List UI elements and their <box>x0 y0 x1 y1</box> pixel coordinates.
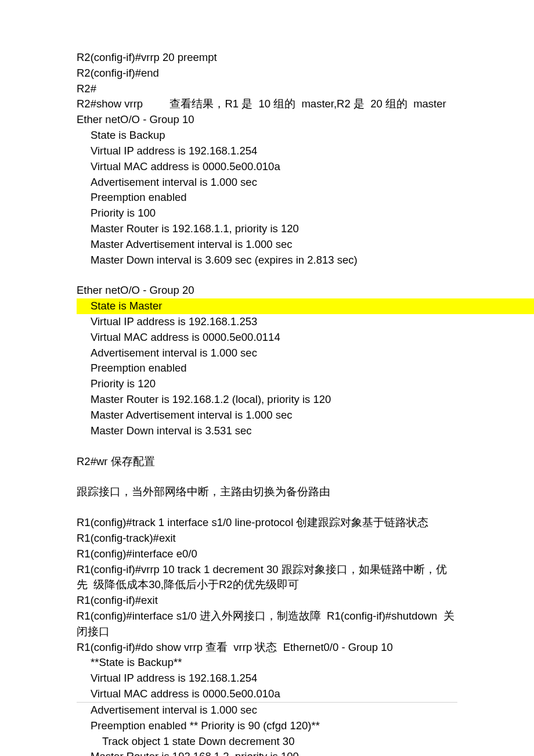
text-line: Virtual MAC address is 0000.5e00.010a <box>77 159 457 175</box>
text-line: Priority is 100 <box>77 206 457 221</box>
text-line: R1(config-if)#vrrp 10 track 1 decrement … <box>77 562 457 593</box>
text-line: R1(config-if)#do show vrrp 查看 vrrp 状态 Et… <box>77 640 457 656</box>
text-line: State is Backup <box>77 128 457 143</box>
text-line: Master Down interval is 3.609 sec (expir… <box>77 253 457 268</box>
text-line: Virtual IP address is 192.168.1.254 <box>77 143 457 159</box>
text-line: Track object 1 state Down decrement 30 <box>77 734 457 750</box>
text-line: R1(config)#track 1 interface s1/0 line-p… <box>77 515 457 531</box>
text-line: Master Down interval is 3.531 sec <box>77 423 457 439</box>
text-line: Virtual IP address is 192.168.1.253 <box>77 314 457 330</box>
text-line: Advertisement interval is 1.000 sec <box>77 703 457 718</box>
text-line: **State is Backup** <box>77 655 457 671</box>
document-body: R2(config-if)#vrrp 20 preemptR2(config-i… <box>77 50 457 756</box>
text-line: Virtual IP address is 192.168.1.254 <box>77 671 457 686</box>
text-line: Advertisement interval is 1.000 sec <box>77 175 457 190</box>
text-line: R1(config-track)#exit <box>77 531 457 546</box>
text-line: Master Advertisement interval is 1.000 s… <box>77 408 457 423</box>
text-line: 跟踪接口，当外部网络中断，主路由切换为备份路由 <box>77 484 457 500</box>
text-line: Master Router is 192.168.1.2 (local), pr… <box>77 392 457 408</box>
text-line: Preemption enabled ** Priority is 90 (cf… <box>77 718 457 734</box>
text-line: Ether netO/O - Group 20 <box>77 283 457 298</box>
blank-line <box>77 268 457 283</box>
text-line: Master Advertisement interval is 1.000 s… <box>77 237 457 253</box>
text-line: R1(config)#interface e0/0 <box>77 546 457 562</box>
text-line: Preemption enabled <box>77 361 457 376</box>
text-line: State is Master <box>77 298 534 314</box>
text-line: Virtual MAC address is 0000.5e00.0114 <box>77 330 457 345</box>
text-line: Ether netO/O - Group 10 <box>77 112 457 128</box>
text-line: R1(config)#interface s1/0 进入外网接口，制造故障 R1… <box>77 609 457 640</box>
text-line: Master Router is 192.168.1.1, priority i… <box>77 221 457 237</box>
text-line: Preemption enabled <box>77 190 457 206</box>
text-line: Advertisement interval is 1.000 sec <box>77 345 457 361</box>
text-line: R2#show vrrp 查看结果，R1 是 10 组的 master,R2 是… <box>77 96 457 112</box>
blank-line <box>77 439 457 454</box>
text-line: R2# <box>77 81 457 97</box>
text-line: Virtual MAC address is 0000.5e00.010a <box>77 686 457 702</box>
text-line: Master Router is 192.168.1.2, priority i… <box>77 749 457 756</box>
blank-line <box>77 469 457 484</box>
text-line: R2(config-if)#end <box>77 66 457 81</box>
text-line: Priority is 120 <box>77 376 457 392</box>
blank-line <box>77 500 457 515</box>
text-line: R2(config-if)#vrrp 20 preempt <box>77 50 457 66</box>
text-line: R2#wr 保存配置 <box>77 454 457 470</box>
text-line: R1(config-if)#exit <box>77 593 457 609</box>
